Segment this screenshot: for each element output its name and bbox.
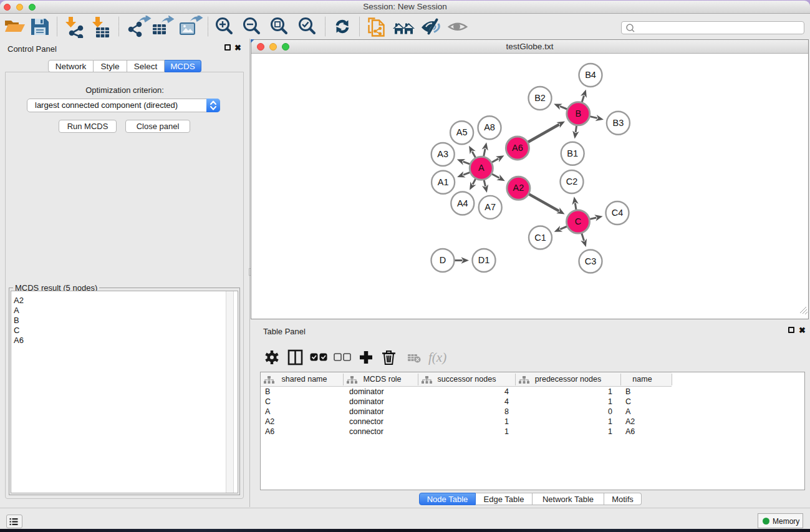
- svg-text:A6: A6: [512, 143, 523, 153]
- svg-text:D: D: [440, 255, 446, 265]
- svg-text:f(x): f(x): [428, 350, 446, 365]
- svg-text:A5: A5: [456, 127, 468, 137]
- svg-text:D1: D1: [478, 255, 490, 265]
- svg-text:A7: A7: [485, 202, 496, 212]
- svg-text:B3: B3: [613, 118, 624, 128]
- svg-text:C3: C3: [585, 256, 597, 266]
- svg-text:C1: C1: [534, 233, 546, 243]
- svg-text:A8: A8: [484, 122, 495, 132]
- svg-text:C: C: [575, 216, 581, 226]
- svg-text:A3: A3: [437, 149, 448, 159]
- svg-text:B2: B2: [534, 93, 546, 103]
- svg-text:A: A: [478, 163, 485, 173]
- svg-text:A1: A1: [438, 177, 449, 187]
- svg-text:C2: C2: [566, 177, 578, 186]
- svg-text:C4: C4: [612, 208, 624, 218]
- svg-text:B1: B1: [567, 148, 578, 158]
- svg-text:B: B: [575, 109, 581, 118]
- svg-text:A4: A4: [457, 198, 468, 208]
- svg-text:B4: B4: [585, 70, 596, 80]
- svg-text:A2: A2: [513, 183, 524, 193]
